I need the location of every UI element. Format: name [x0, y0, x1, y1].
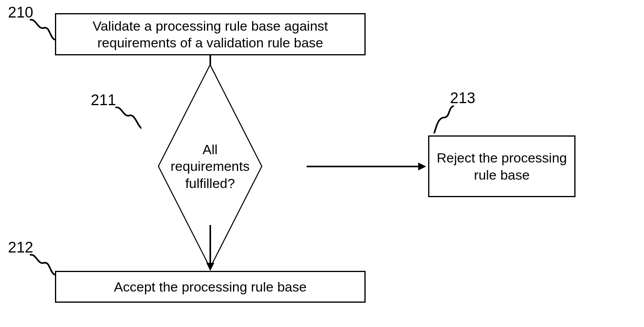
leader-squiggle-icon [114, 106, 141, 133]
ref-211: 211 [91, 92, 116, 109]
ref-213: 213 [450, 90, 475, 107]
arrow-down-icon [206, 225, 214, 271]
svg-marker-5 [418, 163, 426, 170]
leader-squiggle-icon [28, 18, 56, 46]
node-validate: Validate a processing rule base against … [55, 13, 366, 55]
node-accept-text: Accept the processing rule base [114, 278, 307, 296]
leader-squiggle-icon [432, 106, 460, 133]
arrow-right-icon [307, 163, 426, 170]
node-validate-text: Validate a processing rule base against … [61, 18, 360, 51]
flowchart-canvas: Validate a processing rule base against … [0, 0, 644, 327]
node-reject: Reject the processing rule base [428, 135, 575, 197]
node-accept: Accept the processing rule base [55, 271, 366, 303]
node-decision-text: All requirements fulfilled? [155, 112, 265, 221]
leader-squiggle-icon [28, 253, 56, 281]
node-reject-text: Reject the processing rule base [434, 149, 570, 183]
node-decision: All requirements fulfilled? [155, 112, 265, 221]
svg-marker-3 [206, 263, 214, 271]
